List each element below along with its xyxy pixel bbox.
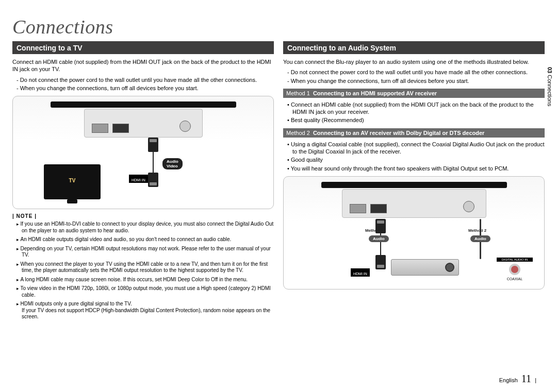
- page-footer: English 11 |: [499, 373, 536, 385]
- player-device: [321, 182, 507, 188]
- footer-lang: English: [499, 377, 518, 383]
- note-item: Depending on your TV, certain HDMI outpu…: [17, 246, 274, 259]
- audio-intro: You can connect the Blu-ray player to an…: [283, 58, 545, 65]
- note-item: An HDMI cable outputs digital video and …: [17, 236, 274, 243]
- footer-sep: |: [535, 377, 536, 383]
- side-tab-label: Connections: [547, 75, 553, 106]
- lan-port-icon: [92, 124, 108, 133]
- bullet-item: You will hear sound only through the fro…: [287, 165, 545, 172]
- hdmi-out-port-icon: [112, 124, 129, 133]
- hdmi-cable: [153, 152, 154, 173]
- hdmi-plug-icon: [148, 138, 158, 152]
- rear-panel: [342, 189, 486, 218]
- tv-icon: TV: [44, 164, 101, 199]
- page-number: 11: [521, 373, 531, 384]
- audio-video-pill: Audio Video: [162, 158, 183, 169]
- note-label: | NOTE |: [12, 213, 274, 219]
- note-item: HDMI outputs only a pure digital signal …: [17, 301, 274, 320]
- coaxial-jack-icon: [509, 264, 520, 275]
- tv-warnings: Do not connect the power cord to the wal…: [12, 76, 274, 92]
- tv-connection-diagram: Audio Video TV HDMI IN: [12, 96, 274, 209]
- audio-pill: Audio: [369, 235, 389, 242]
- method1-bullets: Connect an HDMI cable (not supplied) fro…: [283, 101, 545, 124]
- method1-diagram-label: Method 1: [365, 228, 383, 233]
- method2-title: Connecting to an AV receiver with Dolby …: [313, 130, 485, 136]
- hdmi-in-label: HDMI IN: [351, 268, 370, 277]
- method1-bar: Method 1 Connecting to an HDMI supported…: [283, 89, 545, 98]
- bullet-item: Using a digital Coaxial cable (not suppl…: [287, 141, 545, 156]
- method2-tag: Method 2: [286, 130, 310, 136]
- coaxial-in-box: DIGITAL AUDIO IN COAXIAL: [497, 258, 533, 281]
- av-receiver-icon: [391, 259, 459, 276]
- warning-item: Do not connect the power cord to the wal…: [287, 69, 545, 76]
- bullet-item: Best quality (Recommended): [287, 116, 545, 124]
- method1-tag: Method 1: [286, 90, 310, 96]
- hdmi-in-label: HDMI IN: [129, 175, 148, 183]
- tv-notes: If you use an HDMI-to-DVI cable to conne…: [12, 221, 274, 320]
- note-item: When you connect the player to your TV u…: [17, 261, 274, 274]
- bullet-item: Connect an HDMI cable (not supplied) fro…: [287, 101, 545, 116]
- page-title: Connections: [12, 15, 545, 38]
- hdmi-plug-icon: [375, 255, 386, 269]
- method2-bar: Method 2 Connecting to an AV receiver wi…: [283, 128, 545, 138]
- side-tab: 03 Connections: [547, 67, 553, 106]
- coax-header: DIGITAL AUDIO IN: [497, 258, 533, 262]
- method2-diagram-label: Method 2: [468, 228, 486, 233]
- audio-connection-diagram: Method 1 Audio HDMI IN Method 2 Audio DI…: [283, 176, 545, 289]
- audio-pill: Audio: [470, 235, 490, 242]
- lan-port-icon: [350, 204, 366, 213]
- bullet-item: Good quality: [287, 156, 545, 163]
- tv-intro: Connect an HDMI cable (not supplied) fro…: [12, 58, 274, 73]
- method2-bullets: Using a digital Coaxial cable (not suppl…: [283, 141, 545, 172]
- coax-footer: COAXIAL: [497, 277, 533, 281]
- warning-item: Do not connect the power cord to the wal…: [17, 76, 274, 83]
- right-column: Connecting to an Audio System You can co…: [283, 41, 545, 323]
- hdmi-plug-icon: [148, 173, 158, 187]
- audio-warnings: Do not connect the power cord to the wal…: [283, 69, 545, 84]
- side-tab-num: 03: [547, 67, 553, 73]
- rear-panel: [84, 109, 203, 138]
- warning-item: When you change the connections, turn of…: [17, 84, 274, 92]
- coaxial-out-port-icon: [463, 201, 474, 212]
- warning-item: When you change the connections, turn of…: [287, 77, 545, 84]
- tv-label: TV: [44, 178, 101, 183]
- heading-connecting-audio: Connecting to an Audio System: [283, 41, 545, 54]
- note-item: If you use an HDMI-to-DVI cable to conne…: [17, 221, 274, 234]
- left-column: Connecting to a TV Connect an HDMI cable…: [12, 41, 274, 323]
- heading-connecting-tv: Connecting to a TV: [12, 41, 274, 54]
- note-item: A long HDMI cable may cause screen noise…: [17, 277, 274, 283]
- hdmi-out-port-icon: [370, 204, 387, 213]
- coaxial-out-port-icon: [179, 121, 191, 132]
- method1-title: Connecting to an HDMI supported AV recei…: [313, 90, 437, 96]
- player-device: [51, 101, 236, 108]
- note-item: To view video in the HDMI 720p, 1080i, o…: [17, 285, 274, 298]
